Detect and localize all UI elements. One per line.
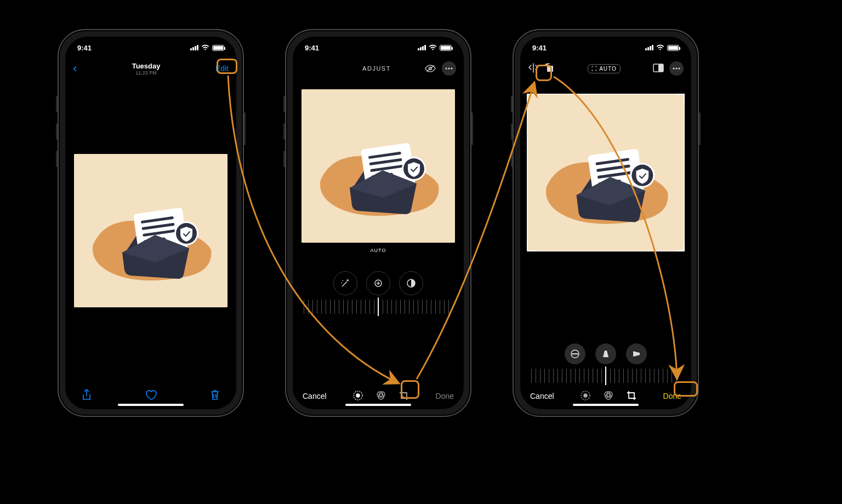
horizontal-perspective-icon[interactable] (626, 343, 647, 364)
home-indicator[interactable] (345, 404, 411, 406)
auto-enhance-icon[interactable] (333, 271, 357, 295)
edit-button[interactable]: Edit (215, 64, 229, 73)
toggle-original-icon[interactable] (423, 61, 437, 76)
battery-icon (440, 45, 452, 51)
wifi-icon (656, 44, 664, 52)
svg-point-23 (675, 67, 677, 69)
wifi-icon (201, 44, 209, 52)
battery-icon (667, 45, 679, 51)
svg-rect-26 (572, 353, 578, 354)
back-chevron-icon[interactable]: ‹ (73, 61, 77, 76)
photo-navbar: ‹ Tuesday 11:23 PM Edit (65, 59, 236, 78)
crop-tab-icon[interactable] (399, 390, 409, 403)
phone-view: 9:41 ‹ Tuesday 11:23 PM Edit (58, 29, 244, 417)
crop-controls (520, 339, 691, 369)
crop-tab-icon[interactable] (626, 390, 637, 403)
home-indicator[interactable] (573, 404, 639, 406)
signal-icon (645, 45, 653, 50)
straighten-icon[interactable] (565, 343, 585, 364)
done-button[interactable]: Done (436, 392, 454, 400)
adjust-controls (293, 267, 464, 300)
share-icon[interactable] (82, 389, 92, 403)
brilliance-icon[interactable] (399, 271, 423, 295)
more-icon[interactable] (442, 61, 456, 76)
photo-content[interactable] (74, 154, 227, 307)
adjust-tab-icon[interactable] (352, 390, 363, 403)
battery-icon (212, 45, 224, 51)
favorite-icon[interactable] (145, 390, 157, 403)
svg-point-9 (445, 67, 447, 69)
more-icon[interactable] (669, 61, 684, 76)
crop-slider[interactable] (531, 369, 680, 383)
photo-title: Tuesday (132, 62, 161, 70)
trash-icon[interactable] (210, 389, 220, 403)
phone-edit-adjust: 9:41 ADJUST AUTO (285, 29, 471, 417)
aspect-ratio-icon[interactable] (653, 64, 664, 73)
status-time: 9:41 (305, 44, 319, 52)
photo-content[interactable] (301, 89, 455, 243)
svg-point-15 (356, 394, 360, 397)
phone-edit-crop: 9:41 AUTO (513, 29, 699, 417)
signal-icon (418, 45, 426, 50)
svg-point-28 (584, 394, 587, 397)
filters-tab-icon[interactable] (376, 390, 386, 403)
svg-point-24 (678, 67, 680, 69)
svg-point-22 (673, 67, 674, 69)
cancel-button[interactable]: Cancel (530, 392, 554, 400)
auto-pill[interactable]: AUTO (366, 246, 391, 255)
adjust-tab-icon[interactable] (580, 390, 591, 403)
crop-area[interactable] (527, 94, 685, 251)
status-time: 9:41 (77, 44, 92, 52)
rotate-icon[interactable] (544, 62, 555, 75)
svg-rect-19 (547, 66, 553, 72)
editor-mode-title: ADJUST (330, 65, 423, 72)
svg-point-11 (451, 67, 452, 69)
svg-rect-21 (658, 64, 663, 72)
signal-icon (190, 45, 198, 50)
vertical-perspective-icon[interactable] (595, 343, 616, 364)
adjust-slider[interactable] (304, 300, 453, 314)
flip-icon[interactable] (528, 63, 539, 74)
auto-crop-button[interactable]: AUTO (588, 64, 621, 73)
svg-point-10 (448, 67, 450, 69)
wifi-icon (429, 44, 437, 52)
status-time: 9:41 (532, 44, 547, 52)
exposure-icon[interactable] (366, 271, 390, 295)
cancel-button[interactable]: Cancel (303, 392, 327, 400)
photo-subtitle: 11:23 PM (77, 71, 215, 76)
home-indicator[interactable] (118, 404, 184, 406)
done-button[interactable]: Done (663, 392, 681, 400)
filters-tab-icon[interactable] (603, 390, 614, 403)
